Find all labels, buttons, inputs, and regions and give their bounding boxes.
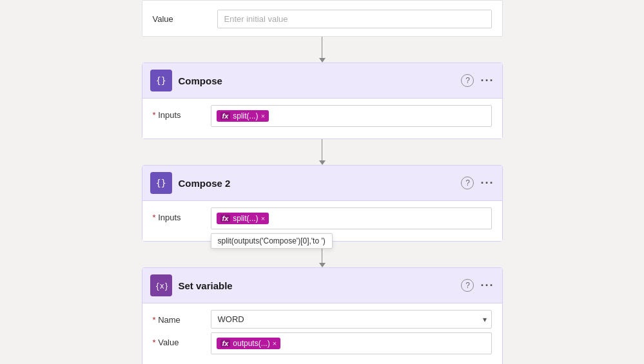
arrow-line <box>322 37 322 58</box>
compose2-more-button[interactable]: ··· <box>480 177 494 189</box>
svg-text:{}: {} <box>155 178 166 188</box>
arrow-connector-1 <box>319 37 326 62</box>
compose2-body: Inputs fx split(...) × split(outputs('Co… <box>142 200 502 241</box>
value-label: Value <box>153 14 217 24</box>
arrow-head-2 <box>319 160 326 165</box>
compose2-block: {} Compose 2 ? ··· Inputs fx split(...) … <box>142 165 503 242</box>
compose2-fx-label: fx <box>220 215 231 222</box>
arrow-head-3 <box>319 263 326 267</box>
set-variable-header-actions: ? ··· <box>461 279 494 292</box>
svg-text:{}: {} <box>155 76 166 86</box>
set-variable-fx-label: fx <box>220 340 231 347</box>
compose2-help-button[interactable]: ? <box>461 177 474 189</box>
set-variable-expression-tag[interactable]: fx outputs(...) × <box>217 338 281 349</box>
set-variable-value-row: Value fx outputs(...) × <box>153 332 492 354</box>
compose2-header: {} Compose 2 ? ··· <box>142 166 502 200</box>
set-variable-icon-svg: {x} <box>155 279 168 292</box>
compose-inputs-field[interactable]: fx split(...) × <box>211 105 492 127</box>
compose2-expression-tag[interactable]: fx split(...) × <box>217 213 269 224</box>
compose-title: Compose <box>179 75 462 86</box>
compose2-icon: {} <box>150 172 172 194</box>
compose2-title: Compose 2 <box>179 178 462 189</box>
set-variable-name-select[interactable]: WORD <box>211 310 492 329</box>
compose-block: {} Compose ? ··· Inputs fx split(...) × <box>142 62 503 139</box>
compose2-inputs-field[interactable]: fx split(...) × <box>211 207 492 229</box>
set-variable-header: {x} Set variable ? ··· <box>142 268 502 303</box>
arrow-head <box>319 58 326 62</box>
compose-help-button[interactable]: ? <box>461 74 474 87</box>
compose-body: Inputs fx split(...) × <box>142 98 502 139</box>
set-variable-expression-text: outputs(...) <box>233 339 269 348</box>
compose-expression-tag[interactable]: fx split(...) × <box>217 110 269 122</box>
compose2-tooltip: split(outputs('Compose')[0],'to ') <box>211 233 333 249</box>
set-variable-name-select-wrap: WORD ▾ <box>211 310 492 329</box>
compose-expression-text: split(...) <box>233 111 258 120</box>
set-variable-expression-close[interactable]: × <box>273 340 277 347</box>
set-variable-more-button[interactable]: ··· <box>480 280 494 291</box>
set-variable-name-row: Name WORD ▾ <box>153 310 492 329</box>
set-variable-value-label: Value <box>153 332 211 347</box>
compose2-icon-svg: {} <box>155 177 168 189</box>
set-variable-title: Set variable <box>179 280 462 291</box>
initial-value-section: Value <box>142 0 503 37</box>
compose-icon-svg: {} <box>155 74 168 87</box>
page-container: Value {} Compose ? ··· Inputs <box>0 0 644 364</box>
compose2-header-actions: ? ··· <box>461 177 494 189</box>
value-input[interactable] <box>217 10 492 28</box>
arrow-connector-2 <box>319 139 326 165</box>
value-field-row: Value <box>153 10 492 28</box>
compose-expression-close[interactable]: × <box>261 112 265 120</box>
arrow-line-2 <box>322 139 322 160</box>
set-variable-help-button[interactable]: ? <box>461 279 474 292</box>
set-variable-name-label: Name <box>153 310 211 325</box>
compose-fx-label: fx <box>220 112 231 120</box>
compose-inputs-row: Inputs fx split(...) × <box>153 105 492 127</box>
set-variable-icon: {x} <box>150 274 172 296</box>
compose2-expression-close[interactable]: × <box>261 215 265 222</box>
set-variable-value-field[interactable]: fx outputs(...) × <box>211 332 492 354</box>
compose2-expression-text: split(...) <box>233 214 258 223</box>
set-variable-block: {x} Set variable ? ··· Name WORD ▾ <box>142 267 503 364</box>
compose-inputs-label: Inputs <box>153 105 211 120</box>
compose-header-actions: ? ··· <box>461 74 494 87</box>
set-variable-body: Name WORD ▾ Value fx outputs(...) × <box>142 303 502 364</box>
svg-text:{x}: {x} <box>155 282 167 291</box>
compose-icon: {} <box>150 70 172 91</box>
compose-more-button[interactable]: ··· <box>480 75 494 86</box>
compose2-tooltip-text: split(outputs('Compose')[0],'to ') <box>218 236 326 245</box>
compose2-inputs-label: Inputs <box>153 207 211 222</box>
compose-header: {} Compose ? ··· <box>142 63 502 98</box>
compose2-inputs-row: Inputs fx split(...) × split(outputs('Co… <box>153 207 492 229</box>
